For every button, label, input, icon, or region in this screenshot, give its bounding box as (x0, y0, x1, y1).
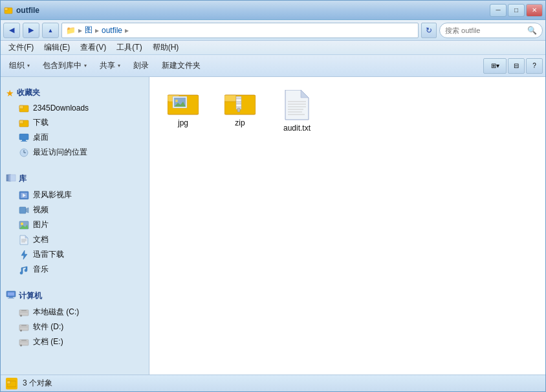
file-item-audit-txt[interactable]: audit.txt (274, 87, 320, 135)
view-toggle-button[interactable]: ⊞▾ (483, 58, 507, 74)
maximize-button[interactable]: □ (508, 4, 525, 17)
sidebar-item-recent[interactable]: 最近访问的位置 (1, 145, 149, 160)
sidebar-label-music: 音乐 (33, 264, 49, 275)
window-title: outfile (16, 6, 39, 15)
toolbar-new-folder[interactable]: 新建文件夹 (156, 58, 206, 74)
sidebar-label-download: 下载 (33, 117, 49, 128)
menu-tools[interactable]: 工具(T) (111, 41, 147, 54)
sidebar-icon-desktop (19, 133, 29, 143)
file-item-jpg[interactable]: jpg (160, 87, 206, 130)
folder-icon-zip (224, 90, 256, 116)
svg-rect-57 (236, 104, 241, 107)
svg-rect-55 (236, 99, 241, 102)
sidebar-item-documents[interactable]: 文档 (1, 232, 149, 247)
file-item-zip[interactable]: zip (217, 87, 263, 130)
toolbar-organize[interactable]: 组织 ▾ (3, 58, 36, 74)
sidebar-icon-download (19, 118, 29, 128)
svg-rect-56 (236, 102, 241, 104)
sidebar-label-movie-library: 景风影视库 (33, 190, 72, 201)
sidebar-item-drive-e[interactable]: 文档 (E:) (1, 334, 149, 349)
window-icon (3, 5, 14, 16)
toolbar-share[interactable]: 共享 ▾ (94, 58, 126, 74)
sidebar-label-thunder: 迅雷下载 (33, 249, 64, 260)
help-button[interactable]: ? (526, 58, 543, 74)
svg-rect-35 (20, 312, 28, 312)
sidebar-icon-drive-c (19, 307, 29, 318)
forward-button[interactable]: ▶ (23, 23, 39, 38)
svg-rect-44 (21, 340, 27, 341)
svg-rect-54 (236, 96, 241, 99)
search-bar: 🔍 (439, 23, 543, 38)
sidebar-icon-drive-d (19, 322, 29, 332)
computer-icon (6, 290, 16, 302)
search-icon[interactable]: 🔍 (527, 26, 537, 35)
svg-rect-43 (20, 342, 28, 342)
svg-rect-32 (8, 298, 14, 299)
computer-label: 计算机 (19, 290, 42, 301)
sidebar-icon-music (19, 265, 29, 275)
sidebar-item-thunder[interactable]: 迅雷下载 (1, 247, 149, 262)
sidebar-icon-recent (19, 147, 29, 158)
svg-rect-39 (20, 327, 28, 327)
svg-marker-28 (21, 250, 27, 259)
svg-rect-69 (7, 381, 10, 384)
sidebar: ★ 收藏夹 2345Downloads (1, 77, 149, 375)
status-count: 3 个对象 (23, 378, 52, 389)
library-icon (6, 173, 16, 185)
sidebar-item-video[interactable]: 视频 (1, 202, 149, 217)
svg-point-21 (21, 223, 23, 225)
sidebar-label-recent: 最近访问的位置 (33, 147, 87, 158)
up-button[interactable]: ▲ (42, 23, 59, 38)
svg-rect-6 (19, 134, 28, 140)
address-bar: ◀ ▶ ▲ 📁 ▸ 图 ▸ outfile ▸ ↻ 🔍 (1, 20, 545, 41)
title-bar-left: outfile (3, 5, 39, 16)
svg-rect-40 (21, 325, 27, 326)
sidebar-section-library[interactable]: 库 (1, 170, 149, 188)
file-label-jpg: jpg (178, 118, 188, 127)
back-button[interactable]: ◀ (3, 23, 20, 38)
menu-bar: 文件(F) 编辑(E) 查看(V) 工具(T) 帮助(H) (1, 41, 545, 55)
sidebar-item-2345downloads[interactable]: 2345Downloads (1, 101, 149, 115)
sidebar-item-drive-c[interactable]: 本地磁盘 (C:) (1, 305, 149, 320)
menu-edit[interactable]: 编辑(E) (39, 41, 75, 54)
sidebar-item-music[interactable]: 音乐 (1, 262, 149, 277)
svg-marker-19 (26, 208, 28, 213)
sidebar-item-pictures[interactable]: 图片 (1, 217, 149, 232)
sidebar-item-desktop[interactable]: 桌面 (1, 130, 149, 145)
breadcrumb-bar: 📁 ▸ 图 ▸ outfile ▸ (61, 23, 419, 38)
toolbar-include-library[interactable]: 包含到库中 ▾ (37, 58, 93, 74)
sidebar-item-movie-library[interactable]: 景风影视库 (1, 188, 149, 202)
minimize-button[interactable]: ─ (490, 4, 507, 17)
title-bar-controls: ─ □ ✕ (490, 4, 543, 17)
svg-point-38 (20, 329, 22, 331)
sidebar-item-download[interactable]: 下载 (1, 115, 149, 130)
menu-view[interactable]: 查看(V) (75, 41, 111, 54)
search-input[interactable] (445, 27, 525, 34)
svg-rect-59 (237, 108, 240, 112)
svg-rect-5 (19, 120, 23, 124)
sidebar-section-computer[interactable]: 计算机 (1, 287, 149, 305)
file-label-zip: zip (235, 118, 245, 127)
breadcrumb-part-2[interactable]: outfile (102, 26, 122, 35)
toolbar-burn[interactable]: 刻录 (127, 58, 155, 74)
favorites-icon: ★ (6, 88, 14, 98)
close-button[interactable]: ✕ (526, 4, 543, 17)
breadcrumb-part-1[interactable]: 图 (85, 25, 93, 36)
svg-rect-36 (21, 310, 27, 311)
sidebar-item-drive-d[interactable]: 软件 (D:) (1, 320, 149, 334)
sidebar-section-favorites[interactable]: ★ 收藏夹 (1, 85, 149, 101)
sidebar-icon-documents (19, 235, 29, 245)
refresh-button[interactable]: ↻ (421, 23, 437, 38)
preview-pane-button[interactable]: ⊟ (508, 58, 525, 74)
file-label-audit-txt: audit.txt (283, 124, 311, 133)
svg-rect-1 (5, 8, 8, 10)
svg-rect-3 (19, 105, 23, 109)
sidebar-icon-2345downloads (19, 103, 29, 113)
menu-help[interactable]: 帮助(H) (147, 41, 184, 54)
menu-file[interactable]: 文件(F) (3, 41, 39, 54)
sidebar-label-drive-c: 本地磁盘 (C:) (33, 307, 79, 318)
favorites-label: 收藏夹 (17, 87, 40, 98)
svg-point-42 (20, 344, 22, 346)
library-label: 库 (19, 173, 27, 184)
breadcrumb-icon[interactable]: 📁 (66, 26, 76, 35)
